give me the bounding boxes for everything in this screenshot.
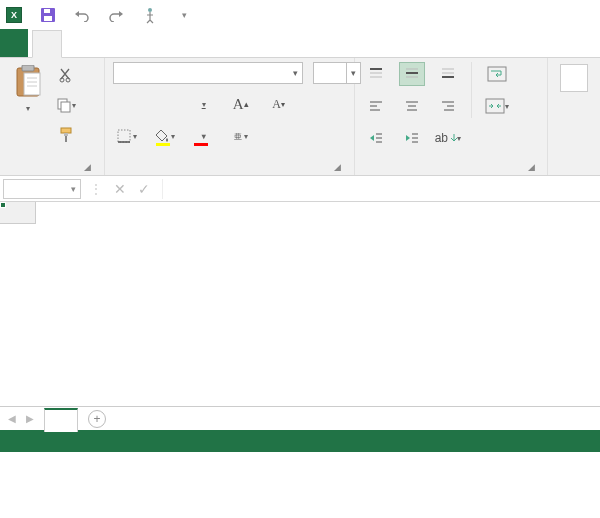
copy-icon[interactable]: ▾	[54, 94, 78, 116]
font-color-button[interactable]: ▾	[189, 124, 217, 148]
excel-app-icon: X	[6, 7, 22, 23]
new-sheet-icon[interactable]: +	[88, 410, 106, 428]
formula-input[interactable]	[162, 179, 600, 199]
align-bottom-icon[interactable]	[435, 62, 461, 86]
name-box[interactable]: ▾	[3, 179, 81, 199]
group-styles-partial	[548, 58, 600, 175]
clipboard-icon	[12, 64, 44, 100]
grow-font-button[interactable]: A▴	[227, 92, 255, 116]
decrease-indent-icon[interactable]	[363, 126, 389, 150]
group-alignment: ab▾ ▾ ◢	[355, 58, 548, 175]
orientation-icon[interactable]: ab▾	[435, 126, 461, 150]
sheet-tab[interactable]	[44, 408, 78, 432]
status-bar	[0, 430, 600, 452]
tab-insert[interactable]	[62, 29, 90, 57]
merge-cells-icon[interactable]: ▾	[480, 94, 514, 118]
borders-button[interactable]: ▾	[113, 124, 141, 148]
undo-icon[interactable]	[74, 7, 90, 23]
align-center-icon[interactable]	[399, 94, 425, 118]
customize-qat-caret-icon[interactable]: ▾	[176, 7, 192, 23]
cell-style-normal[interactable]	[556, 62, 592, 94]
svg-rect-16	[65, 136, 67, 142]
underline-button[interactable]: ▾	[189, 92, 217, 116]
increase-indent-icon[interactable]	[399, 126, 425, 150]
format-painter-icon[interactable]	[54, 124, 78, 146]
svg-rect-44	[486, 99, 504, 113]
svg-rect-1	[44, 16, 52, 21]
alignment-dialog-launcher-icon[interactable]: ◢	[525, 161, 537, 173]
phonetic-button[interactable]: 亜▾	[227, 124, 255, 148]
tab-page-layout[interactable]	[90, 29, 118, 57]
font-name-combo[interactable]: ▾	[113, 62, 303, 84]
sheet-nav-prev-icon[interactable]: ◀	[8, 413, 16, 424]
svg-rect-15	[64, 133, 68, 136]
paste-button[interactable]: ▾	[8, 62, 48, 115]
svg-rect-13	[61, 102, 70, 112]
sheet-tab-bar: ◀ ▶ +	[0, 406, 600, 430]
separator: ⋮	[84, 182, 108, 196]
cut-icon[interactable]	[54, 64, 78, 86]
cancel-formula-icon[interactable]: ✕	[108, 181, 132, 197]
touch-mode-icon[interactable]	[142, 7, 158, 23]
shrink-font-button[interactable]: A▾	[265, 92, 293, 116]
svg-rect-2	[44, 9, 50, 13]
paste-caret-icon[interactable]: ▾	[26, 104, 30, 113]
formula-bar: ▾ ⋮ ✕ ✓	[0, 176, 600, 202]
ribbon-tabs	[0, 30, 600, 58]
font-size-combo[interactable]	[313, 62, 347, 84]
svg-rect-17	[118, 130, 130, 142]
quick-access-toolbar: X ▾	[6, 7, 192, 23]
name-box-caret-icon: ▾	[71, 184, 76, 194]
align-right-icon[interactable]	[435, 94, 461, 118]
group-font: ▾ ▾ ▾ A▴ A▾	[105, 58, 355, 175]
group-clipboard: ▾ ▾ ◢	[0, 58, 105, 175]
font-name-caret-icon: ▾	[293, 68, 298, 78]
wrap-text-icon[interactable]	[480, 62, 514, 86]
redo-icon[interactable]	[108, 7, 124, 23]
tab-home[interactable]	[32, 30, 62, 58]
worksheet-grid[interactable]	[0, 202, 600, 406]
italic-button[interactable]	[151, 92, 179, 116]
align-top-icon[interactable]	[363, 62, 389, 86]
title-bar: X ▾	[0, 0, 600, 30]
svg-rect-6	[24, 73, 40, 95]
tab-data[interactable]	[146, 29, 174, 57]
svg-point-3	[148, 8, 152, 12]
svg-rect-5	[22, 65, 34, 71]
align-middle-icon[interactable]	[399, 62, 425, 86]
svg-rect-14	[61, 128, 71, 133]
tab-review[interactable]	[174, 29, 202, 57]
accept-formula-icon[interactable]: ✓	[132, 181, 156, 197]
align-left-icon[interactable]	[363, 94, 389, 118]
clipboard-dialog-launcher-icon[interactable]: ◢	[82, 161, 94, 173]
tab-view[interactable]	[202, 29, 230, 57]
ribbon: ▾ ▾ ◢	[0, 58, 600, 176]
save-icon[interactable]	[40, 7, 56, 23]
bold-button[interactable]	[113, 92, 141, 116]
tab-formulas[interactable]	[118, 29, 146, 57]
sheet-nav-next-icon[interactable]: ▶	[26, 413, 34, 424]
font-dialog-launcher-icon[interactable]: ◢	[332, 161, 344, 173]
fill-handle[interactable]	[0, 202, 6, 208]
fill-color-button[interactable]: ▾	[151, 124, 179, 148]
tab-file[interactable]	[0, 29, 28, 57]
